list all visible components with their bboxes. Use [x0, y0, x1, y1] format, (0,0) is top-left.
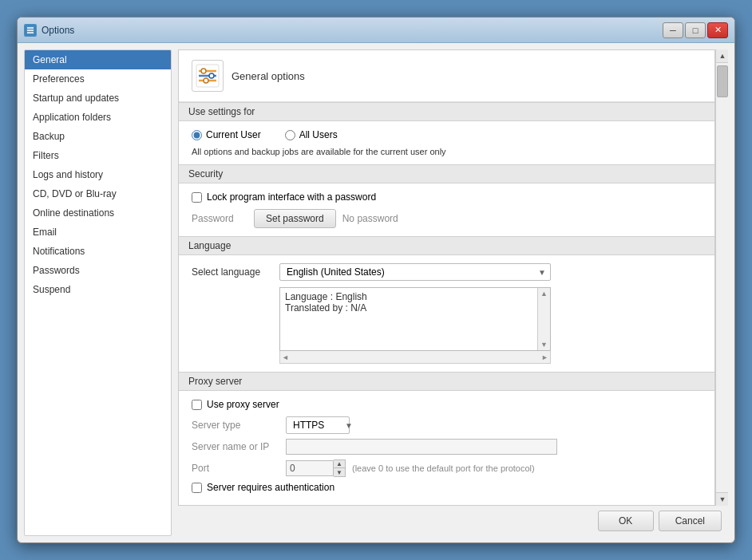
no-password-label: No password [342, 213, 398, 224]
auth-row: Server requires authentication [192, 482, 702, 493]
lang-info-line1: Language : English [285, 291, 545, 302]
cancel-button[interactable]: Cancel [659, 511, 722, 531]
port-up-button[interactable]: ▲ [334, 460, 345, 468]
port-down-button[interactable]: ▼ [334, 468, 345, 476]
main-content: General options Use settings for Current… [178, 49, 728, 536]
all-users-label: All Users [299, 129, 338, 140]
sidebar-item-filters[interactable]: Filters [25, 146, 171, 165]
window-icon [24, 24, 37, 37]
main-scrollbar[interactable]: ▲ ▼ [715, 49, 728, 506]
section-icon [192, 60, 224, 92]
use-settings-body: Current User All Users All options and b… [179, 121, 714, 164]
sidebar-item-preferences[interactable]: Preferences [25, 69, 171, 89]
language-select[interactable]: English (United States) French German Sp… [279, 263, 551, 281]
user-settings-info: All options and backup jobs are availabl… [192, 147, 702, 156]
port-hint: (leave 0 to use the default port for the… [352, 463, 535, 473]
user-type-radio-group: Current User All Users [192, 129, 702, 140]
lock-program-label: Lock program interface with a password [207, 191, 376, 203]
content-header-title: General options [232, 70, 305, 82]
sidebar-item-folders[interactable]: Application folders [25, 108, 171, 127]
sidebar-item-notifications[interactable]: Notifications [25, 242, 171, 261]
language-section: Language Select language English (United… [179, 236, 714, 372]
current-user-label: Current User [206, 129, 261, 140]
close-button[interactable]: ✕ [707, 22, 728, 38]
sidebar-item-startup[interactable]: Startup and updates [25, 89, 171, 108]
maximize-button[interactable]: □ [685, 22, 706, 38]
use-settings-header: Use settings for [179, 102, 714, 121]
language-header: Language [179, 236, 714, 255]
title-bar: Options ─ □ ✕ [18, 18, 734, 43]
scroll-thumb[interactable] [717, 65, 728, 97]
server-type-wrapper: HTTPS HTTP SOCKS4 SOCKS5 ▼ [286, 416, 358, 434]
sidebar-item-passwords[interactable]: Passwords [25, 261, 171, 280]
language-row: Select language English (United States) … [192, 263, 702, 364]
lang-info-wrapper: Language : English Translated by : N/A ▲… [279, 284, 702, 351]
scroll-down-button[interactable]: ▼ [716, 492, 728, 506]
lock-program-checkbox[interactable] [192, 192, 202, 203]
use-proxy-label: Use proxy server [207, 399, 279, 410]
language-select-wrapper: English (United States) French German Sp… [279, 263, 551, 281]
port-input[interactable] [286, 460, 334, 476]
port-wrapper: ▲ ▼ (leave 0 to use the default port for… [286, 459, 535, 477]
language-info-box: Language : English Translated by : N/A ▲… [279, 287, 551, 351]
proxy-header: Proxy server [179, 372, 714, 391]
sidebar-item-suspend[interactable]: Suspend [25, 280, 171, 299]
sidebar-item-cd-dvd[interactable]: CD, DVD or Blu-ray [25, 184, 171, 203]
proxy-body: Use proxy server Server type HTTPS HTTP … [179, 391, 714, 506]
language-controls: English (United States) French German Sp… [279, 263, 702, 364]
minimize-button[interactable]: ─ [663, 22, 683, 38]
server-type-row: Server type HTTPS HTTP SOCKS4 SOCKS5 ▼ [192, 416, 702, 434]
sidebar-item-online[interactable]: Online destinations [25, 203, 171, 223]
sidebar-item-logs[interactable]: Logs and history [25, 165, 171, 184]
current-user-radio[interactable] [192, 130, 202, 140]
port-row: Port ▲ ▼ (leave 0 to use the default por… [192, 459, 702, 477]
use-proxy-row: Use proxy server [192, 399, 702, 410]
password-row: Password Set password No password [192, 209, 702, 228]
security-section: Security Lock program interface with a p… [179, 164, 714, 236]
select-language-label: Select language [192, 263, 271, 278]
ok-button[interactable]: OK [598, 511, 654, 531]
sidebar-item-email[interactable]: Email [25, 223, 171, 242]
content-area: General options Use settings for Current… [178, 49, 715, 506]
lock-program-row: Lock program interface with a password [192, 191, 702, 203]
language-body: Select language English (United States) … [179, 255, 714, 372]
content-scroll-wrapper: General options Use settings for Current… [178, 49, 728, 506]
svg-point-10 [204, 78, 208, 83]
server-name-row: Server name or IP [192, 439, 702, 455]
scroll-up-button[interactable]: ▲ [716, 49, 728, 63]
server-name-label: Server name or IP [192, 441, 279, 452]
port-label: Port [192, 463, 279, 474]
all-users-option[interactable]: All Users [285, 129, 338, 140]
svg-point-8 [201, 69, 206, 73]
content-header: General options [179, 50, 714, 102]
password-label: Password [192, 213, 247, 224]
server-type-select[interactable]: HTTPS HTTP SOCKS4 SOCKS5 [286, 416, 350, 434]
server-name-input[interactable] [286, 439, 557, 455]
sidebar-item-backup[interactable]: Backup [25, 127, 171, 146]
proxy-section: Proxy server Use proxy server Server typ… [179, 372, 714, 506]
all-users-radio[interactable] [285, 130, 295, 140]
set-password-button[interactable]: Set password [254, 209, 336, 228]
use-settings-section: Use settings for Current User All Users [179, 102, 714, 164]
lang-horizontal-scrollbar[interactable]: ◄ ► [279, 351, 551, 364]
current-user-option[interactable]: Current User [192, 129, 261, 140]
sidebar-item-general[interactable]: General [25, 50, 171, 69]
auth-checkbox[interactable] [192, 483, 202, 493]
options-window: Options ─ □ ✕ General Preferences Startu… [17, 17, 735, 543]
use-proxy-checkbox[interactable] [192, 400, 202, 410]
svg-point-9 [209, 73, 214, 78]
footer-buttons: OK Cancel [178, 506, 728, 536]
lang-info-line2: Translated by : N/A [285, 302, 545, 314]
server-type-label: Server type [192, 420, 279, 431]
security-header: Security [179, 164, 714, 183]
title-bar-buttons: ─ □ ✕ [663, 22, 728, 38]
window-title: Options [42, 25, 663, 36]
security-body: Lock program interface with a password P… [179, 183, 714, 236]
sidebar: General Preferences Startup and updates … [24, 49, 172, 536]
lang-info-scrollbar[interactable]: ▲ ▼ [537, 288, 550, 350]
auth-label: Server requires authentication [207, 482, 334, 493]
window-body: General Preferences Startup and updates … [18, 43, 734, 542]
port-spinner[interactable]: ▲ ▼ [334, 459, 346, 477]
